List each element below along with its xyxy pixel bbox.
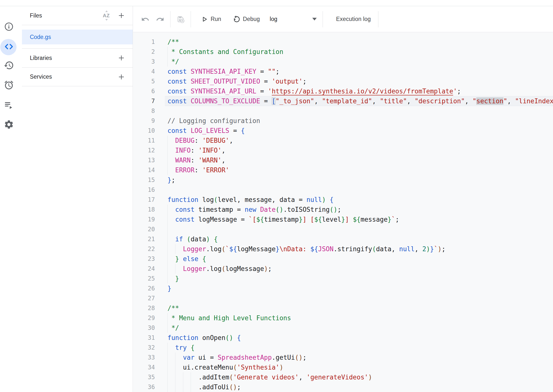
code-line[interactable]: 20 [133,224,553,234]
line-number[interactable]: 21 [133,234,155,244]
code-token: ${ [310,245,318,253]
line-number[interactable]: 30 [133,323,155,333]
line-number[interactable]: 29 [133,313,155,323]
run-button[interactable]: Run [201,16,221,23]
rail-project-history-button[interactable] [2,59,16,73]
line-number[interactable]: 3 [133,57,155,67]
code-line[interactable]: 35 .addItem('Generate videos', 'generate… [133,372,553,382]
execution-log-button[interactable]: Execution log [329,16,378,22]
line-number[interactable]: 25 [133,274,155,284]
code-line[interactable]: 30 */ [133,323,553,333]
line-number[interactable]: 34 [133,362,155,372]
line-number[interactable]: 9 [133,116,155,126]
code-line[interactable]: 32 try { [133,343,553,353]
code-line[interactable]: 6const SYNTHESIA_API_URL = 'https://api.… [133,86,553,96]
line-number[interactable]: 13 [133,155,155,165]
line-number[interactable]: 16 [133,185,155,195]
code-line[interactable]: 33 var ui = SpreadsheetApp.getUi(); [133,353,553,362]
code-line[interactable]: 25 } [133,274,553,284]
line-number[interactable]: 4 [133,67,155,76]
libraries-label: Libraries [30,55,52,61]
rail-overview-button[interactable] [2,20,16,34]
line-number[interactable]: 11 [133,136,155,145]
code-line[interactable]: 17function log(level, message, data = nu… [133,195,553,205]
code-line[interactable]: 22 Logger.log(`${logMessage}\nData: ${JS… [133,244,553,254]
code-line[interactable]: 15}; [133,175,553,185]
line-number[interactable]: 18 [133,205,155,214]
code-line[interactable]: 9// Logging configuration [133,116,553,126]
code-line[interactable]: 18 const timestamp = new Date().toISOStr… [133,205,553,214]
line-number[interactable]: 31 [133,333,155,343]
code-token: * Constants and Configuration [167,48,283,55]
code-line[interactable]: 14 ERROR: 'ERROR' [133,165,553,175]
file-item-code-gs[interactable]: Code.gs [22,30,133,44]
sidebar-section-libraries[interactable]: Libraries [22,48,133,67]
code-line[interactable]: 2 * Constants and Configuration [133,47,553,57]
code-token: ; [303,354,307,361]
code-line-content: const logMessage = `[${timestamp}] [${le… [167,214,399,224]
line-number[interactable]: 2 [133,47,155,57]
files-sidebar: Files AZ Code.gs Libraries [22,6,133,392]
line-number[interactable]: 7 [133,96,155,106]
code-token: = [260,97,272,105]
line-number[interactable]: 23 [133,254,155,264]
line-number[interactable]: 33 [133,353,155,362]
code-line[interactable]: 29 * Menu and High Level Functions [133,313,553,323]
rail-editor-button[interactable] [2,40,16,54]
code-line[interactable]: 12 INFO: 'INFO', [133,145,553,155]
code-line[interactable]: 11 DEBUG: 'DEBUG', [133,136,553,145]
code-line[interactable]: 23 } else { [133,254,553,264]
line-number[interactable]: 5 [133,76,155,86]
code-line[interactable]: 24 Logger.log(logMessage); [133,264,553,274]
code-line[interactable]: 16 [133,185,553,195]
code-line[interactable]: 28/** [133,303,553,313]
line-number[interactable]: 26 [133,284,155,293]
code-line[interactable]: 7const COLUMNS_TO_EXCLUDE = ["_to_json",… [133,96,553,106]
function-selector-dropdown[interactable]: log [270,16,317,22]
code-line[interactable]: 19 const logMessage = `[${timestamp}] [$… [133,214,553,224]
code-line[interactable]: 36 .addToUi(); [133,382,553,392]
line-number[interactable]: 15 [133,175,155,185]
code-line[interactable]: 26} [133,284,553,293]
code-line[interactable]: 10const LOG_LEVELS = { [133,126,553,136]
line-number[interactable]: 1 [133,37,155,47]
add-file-button[interactable] [116,11,126,20]
undo-button[interactable] [140,14,151,25]
line-number[interactable]: 12 [133,145,155,155]
add-service-button[interactable] [116,72,126,82]
code-line[interactable]: 5const SHEET_OUTPUT_VIDEO = 'output'; [133,76,553,86]
line-number[interactable]: 19 [133,214,155,224]
line-number[interactable]: 17 [133,195,155,205]
code-line[interactable]: 3 */ [133,57,553,67]
save-project-button[interactable] [175,14,186,25]
line-number[interactable]: 8 [133,106,155,116]
rail-triggers-button[interactable] [2,79,16,92]
code-line[interactable]: 21 if (data) { [133,234,553,244]
rail-executions-button[interactable] [2,98,16,112]
code-line[interactable]: 13 WARN: 'WARN', [133,155,553,165]
line-number[interactable]: 6 [133,86,155,96]
code-line[interactable]: 31function onOpen() { [133,333,553,343]
line-number[interactable]: 35 [133,372,155,382]
redo-button[interactable] [154,14,166,25]
sort-files-button[interactable]: AZ [101,10,112,21]
line-number[interactable]: 24 [133,264,155,274]
line-number[interactable]: 10 [133,126,155,136]
code-line[interactable]: 8 [133,106,553,116]
add-library-button[interactable] [116,53,126,63]
debug-button[interactable]: Debug [233,15,260,23]
line-number[interactable]: 36 [133,382,155,392]
line-number[interactable]: 22 [133,244,155,254]
line-number[interactable]: 27 [133,293,155,303]
line-number[interactable]: 28 [133,303,155,313]
code-line[interactable]: 27 [133,293,553,303]
sidebar-section-services[interactable]: Services [22,67,133,86]
rail-settings-button[interactable] [2,118,16,132]
line-number[interactable]: 20 [133,224,155,234]
line-number[interactable]: 14 [133,165,155,175]
code-line[interactable]: 34 ui.createMenu('Synthesia') [133,362,553,372]
code-line[interactable]: 1/** [133,37,553,47]
code-line[interactable]: 4const SYNTHESIA_API_KEY = ""; [133,67,553,76]
code-editor[interactable]: 1/**2 * Constants and Configuration3 */4… [133,33,553,392]
line-number[interactable]: 32 [133,343,155,353]
